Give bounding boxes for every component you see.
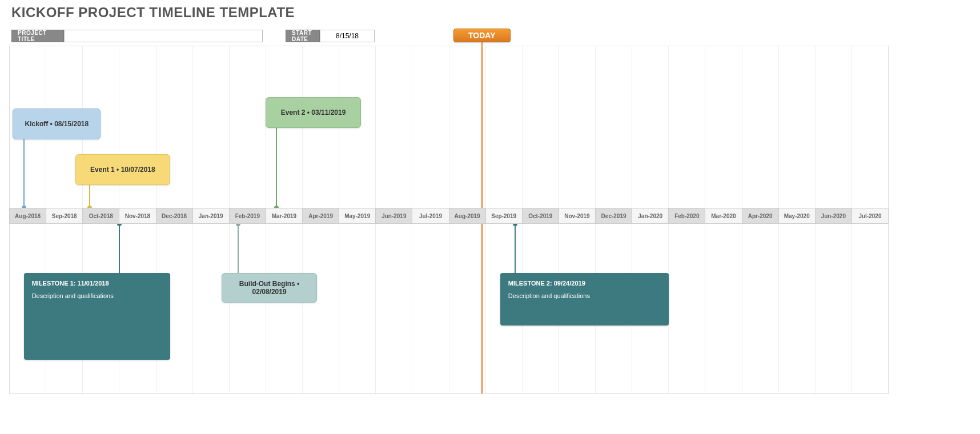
connector-line: [238, 224, 239, 273]
month-axis: Aug-2018Sep-2018Oct-2018Nov-2018Dec-2018…: [9, 208, 889, 224]
event-buildout[interactable]: Build-Out Begins • 02/08/2019: [222, 273, 317, 303]
month-cell: Mar-2019: [266, 208, 302, 224]
page-title: KICKOFF PROJECT TIMELINE TEMPLATE: [11, 5, 295, 21]
month-cell: May-2019: [339, 208, 375, 224]
month-cell: Mar-2020: [705, 208, 741, 224]
month-cell: Nov-2019: [559, 208, 595, 224]
month-cell: Oct-2019: [522, 208, 559, 224]
month-cell: May-2020: [778, 208, 815, 224]
month-cell: Jul-2020: [852, 208, 889, 224]
form-row: PROJECT TITLE START DATE 8/15/18: [11, 30, 375, 42]
month-cell: Jun-2020: [815, 208, 852, 224]
connector-line: [515, 224, 516, 273]
connector-line: [89, 185, 90, 208]
milestone-m1[interactable]: MILESTONE 1: 11/01/2018Description and q…: [24, 273, 171, 360]
month-cell: Aug-2019: [449, 208, 485, 224]
month-cell: Sep-2019: [485, 208, 522, 224]
start-date-input[interactable]: 8/15/18: [320, 30, 375, 42]
month-cell: Jan-2020: [632, 208, 668, 224]
month-cell: Oct-2018: [82, 208, 119, 224]
milestone-m2[interactable]: MILESTONE 2: 09/24/2019Description and q…: [500, 273, 669, 326]
month-cell: Dec-2019: [595, 208, 632, 224]
milestone-desc: Description and qualifications: [508, 292, 661, 299]
month-cell: Jul-2019: [412, 208, 448, 224]
month-cell: Aug-2018: [9, 208, 46, 224]
event-event1[interactable]: Event 1 • 10/07/2018: [75, 154, 171, 185]
event-kickoff[interactable]: Kickoff • 08/15/2018: [13, 108, 101, 139]
event-event2[interactable]: Event 2 • 03/11/2019: [266, 97, 361, 128]
connector-line: [119, 224, 120, 273]
connector-line: [276, 128, 277, 208]
month-cell: Jun-2019: [375, 208, 412, 224]
project-title-label: PROJECT TITLE: [11, 30, 64, 42]
month-cell: Jan-2019: [192, 208, 229, 224]
today-badge: TODAY: [453, 29, 511, 42]
milestone-desc: Description and qualifications: [32, 292, 163, 299]
month-cell: Apr-2019: [302, 208, 339, 224]
milestone-title: MILESTONE 1: 11/01/2018: [32, 280, 163, 287]
month-cell: Nov-2018: [119, 208, 155, 224]
month-cell: Feb-2020: [668, 208, 705, 224]
month-cell: Feb-2019: [229, 208, 266, 224]
connector-line: [23, 139, 25, 208]
project-title-input[interactable]: [64, 30, 263, 42]
month-cell: Dec-2018: [156, 208, 192, 224]
month-cell: Sep-2018: [46, 208, 82, 224]
start-date-label: START DATE: [286, 30, 320, 42]
month-cell: Apr-2020: [742, 208, 778, 224]
milestone-title: MILESTONE 2: 09/24/2019: [508, 280, 661, 287]
